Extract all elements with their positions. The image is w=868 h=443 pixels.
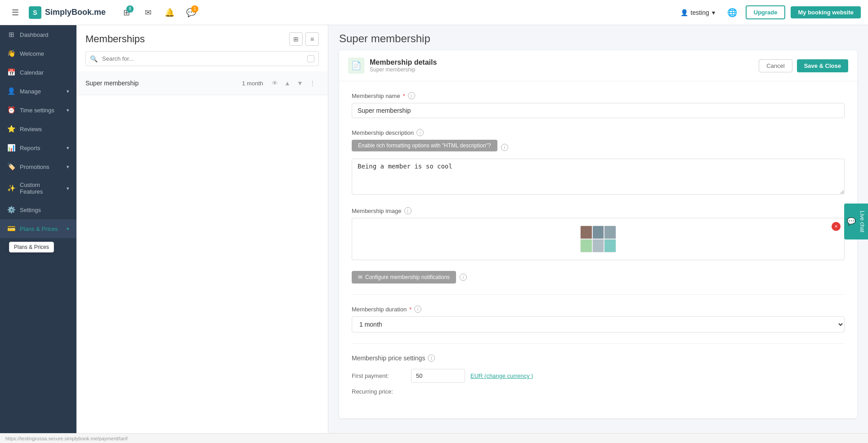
image-upload-area[interactable]: × (352, 218, 845, 260)
duration-info-icon[interactable]: i (414, 306, 421, 313)
membership-name-group: Membership name * i (352, 92, 845, 118)
configure-notifications-button[interactable]: ✉ Configure membership notifications (352, 271, 456, 284)
sidebar-item-promotions[interactable]: 🏷️ Promotions ▾ (0, 157, 76, 176)
mail-icon: ✉ (145, 8, 152, 18)
chevron-down-icon: ▾ (712, 9, 715, 16)
sidebar-item-label: Time settings (20, 107, 54, 114)
image-remove-button[interactable]: × (832, 222, 841, 231)
hamburger-menu-button[interactable]: ☰ (7, 4, 23, 21)
sidebar-item-label: Manage (20, 88, 41, 95)
sidebar-item-label: Settings (20, 207, 41, 213)
sidebar-item-settings[interactable]: ⚙️ Settings (0, 200, 76, 219)
sidebar: ⊞ Dashboard 👋 Welcome 📅 Calendar 👤 Manag… (0, 25, 76, 433)
details-card-header-actions: Cancel Save & Close (759, 59, 848, 72)
section-divider-2 (352, 343, 845, 344)
image-cell-6 (604, 239, 616, 252)
html-description-button[interactable]: Enable rich formatting options with "HTM… (352, 140, 497, 151)
brand-logo: S SimplyBook.me (29, 6, 106, 19)
bell-icon: 🔔 (165, 8, 174, 18)
sidebar-item-label: Reports (20, 145, 40, 151)
currency-label[interactable]: EUR (change currency ) (470, 372, 533, 379)
sidebar-item-reviews[interactable]: ⭐ Reviews (0, 120, 76, 138)
membership-duration-label: Membership duration * i (352, 306, 845, 313)
chevron-down-icon: ▾ (67, 89, 69, 94)
membership-name-info-icon[interactable]: i (408, 92, 415, 99)
sidebar-item-reports[interactable]: 📊 Reports ▾ (0, 138, 76, 157)
mail-button[interactable]: ✉ (140, 4, 156, 21)
first-payment-input[interactable] (411, 369, 465, 383)
image-cell-4 (581, 239, 592, 252)
booking-website-button[interactable]: My booking website (791, 6, 861, 18)
image-cell-2 (593, 226, 604, 239)
first-payment-row: First payment: EUR (change currency ) (352, 369, 845, 383)
grid-view-button[interactable]: ⊞ (289, 32, 303, 46)
membership-duration-select[interactable]: 1 month (352, 316, 845, 332)
required-indicator: * (403, 93, 405, 99)
notifications-group: ✉ Configure membership notifications i (352, 271, 845, 284)
eye-icon: 👁 (272, 80, 278, 87)
chevron-up-icon: ▲ (284, 80, 291, 87)
bell-button[interactable]: 🔔 (161, 4, 178, 21)
live-chat-widget[interactable]: Live chat 💬 (844, 204, 868, 239)
chevron-down-icon: ▾ (67, 186, 69, 191)
notif-info-icon[interactable]: i (460, 274, 467, 281)
hamburger-icon: ☰ (12, 8, 19, 18)
user-menu[interactable]: 👤 testing ▾ (677, 7, 719, 18)
expand-up-button[interactable]: ▲ (281, 77, 294, 89)
upgrade-button[interactable]: Upgrade (746, 5, 786, 19)
cancel-button[interactable]: Cancel (759, 59, 792, 72)
grid-icon: ⊞ (293, 35, 299, 43)
price-settings-label: Membership price settings i (352, 354, 845, 362)
membership-duration: 1 month (242, 80, 263, 87)
save-close-button[interactable]: Save & Close (797, 59, 848, 72)
membership-image-label: Membership image i (352, 207, 845, 214)
sidebar-item-label: Plans & Prices (20, 226, 58, 232)
chat-button[interactable]: 💬 1 (183, 4, 199, 21)
image-info-icon[interactable]: i (404, 207, 412, 214)
sidebar-item-custom-features[interactable]: ✨ Custom Features ▾ (0, 176, 76, 200)
more-options-button[interactable]: ⋮ (306, 77, 319, 89)
sidebar-item-calendar[interactable]: 📅 Calendar (0, 63, 76, 82)
sidebar-item-manage[interactable]: 👤 Manage ▾ (0, 82, 76, 101)
dashboard-icon: ⊞ (7, 31, 15, 39)
image-cell-3 (604, 226, 616, 239)
membership-duration-group: Membership duration * i 1 month (352, 306, 845, 332)
expand-down-button[interactable]: ▼ (294, 77, 306, 89)
reviews-icon: ⭐ (7, 125, 15, 133)
promotions-icon: 🏷️ (7, 163, 15, 171)
visibility-button[interactable]: 👁 (268, 77, 281, 89)
sidebar-item-welcome[interactable]: 👋 Welcome (0, 44, 76, 63)
sidebar-item-plans-prices[interactable]: 💳 Plans & Prices ▾ Plans & Prices (0, 219, 76, 238)
sidebar-item-label: Custom Features (20, 182, 62, 195)
membership-name-input[interactable] (352, 103, 845, 118)
html-desc-info-icon[interactable]: i (501, 144, 508, 151)
details-title: Super membership (339, 32, 857, 45)
panel-title: Memberships (85, 33, 145, 45)
details-card-header-title: Membership details (370, 58, 437, 66)
apps-button[interactable]: ⊞ 8 (118, 4, 134, 21)
description-textarea[interactable] (352, 159, 845, 195)
content-area: Memberships ⊞ ≡ 🔍 Super membership (76, 25, 868, 433)
price-settings-info-icon[interactable]: i (428, 354, 435, 362)
panel-header: Memberships ⊞ ≡ (76, 25, 328, 46)
recurring-price-row: Recurring price: (352, 388, 845, 397)
description-info-icon[interactable]: i (416, 129, 424, 136)
search-checkbox[interactable] (307, 55, 314, 62)
search-input[interactable] (85, 51, 319, 66)
list-view-button[interactable]: ≡ (305, 32, 319, 46)
memberships-panel: Memberships ⊞ ≡ 🔍 Super membership (76, 25, 328, 433)
sidebar-item-dashboard[interactable]: ⊞ Dashboard (0, 25, 76, 44)
tooltip-plans-prices: Plans & Prices (9, 242, 54, 253)
membership-description-group: Membership description i Enable rich for… (352, 129, 845, 196)
main-layout: ⊞ Dashboard 👋 Welcome 📅 Calendar 👤 Manag… (0, 25, 868, 433)
html-desc-label: Enable rich formatting options with "HTM… (358, 142, 491, 149)
plans-prices-icon: 💳 (7, 225, 15, 233)
sidebar-item-time-settings[interactable]: ⏰ Time settings ▾ (0, 101, 76, 120)
sidebar-item-label: Reviews (20, 126, 42, 133)
globe-button[interactable]: 🌐 (724, 4, 740, 21)
reports-icon: 📊 (7, 144, 15, 152)
details-card: 📄 Membership details Super membership Ca… (339, 50, 857, 418)
details-panel: Super membership 📄 Membership details Su… (328, 25, 868, 433)
table-row[interactable]: Super membership 1 month 👁 ▲ ▼ ⋮ (76, 71, 328, 95)
more-icon: ⋮ (309, 80, 316, 87)
